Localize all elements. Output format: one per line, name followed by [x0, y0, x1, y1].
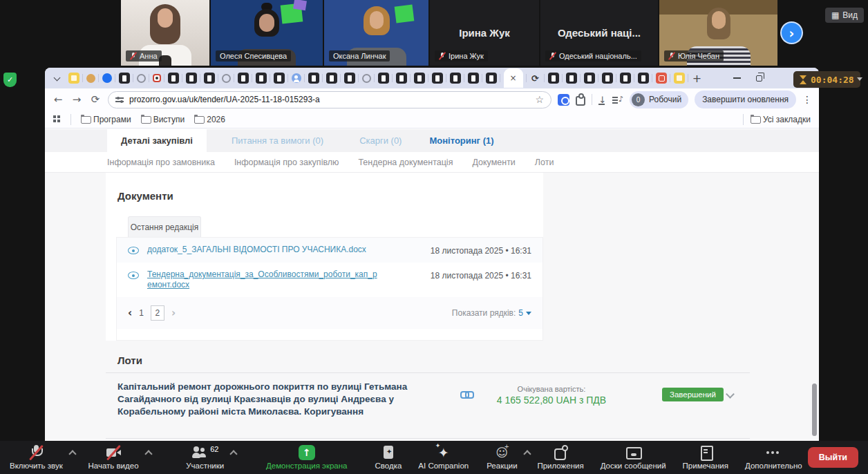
- media-controls-icon[interactable]: [612, 95, 623, 104]
- participants-options-chevron-icon[interactable]: [229, 449, 233, 457]
- browser-tab-spinner[interactable]: ⟳: [530, 73, 541, 84]
- preview-eye-icon[interactable]: [128, 246, 139, 254]
- page-scrollbar-thumb[interactable]: [812, 383, 817, 436]
- browser-tab-doc[interactable]: [119, 73, 130, 84]
- browser-tab-plus[interactable]: +: [692, 73, 703, 84]
- screen-share-button[interactable]: Демонстрация экрана: [261, 443, 353, 472]
- browser-tab-bluecircle[interactable]: [102, 73, 112, 83]
- browser-tab-redq[interactable]: [656, 73, 667, 84]
- extensions-puzzle-icon[interactable]: [576, 96, 585, 106]
- bookmark-star-icon[interactable]: ☆: [536, 94, 545, 105]
- minimize-button[interactable]: [733, 77, 741, 79]
- browser-tab-doc[interactable]: [450, 73, 461, 84]
- more-button[interactable]: Дополнительно: [739, 443, 808, 472]
- timer-chevron-icon[interactable]: [857, 77, 862, 81]
- document-link[interactable]: додаток_5_ЗАГАЛЬНІ ВІДОМОСТІ ПРО УЧАСНИК…: [147, 245, 366, 255]
- next-page-icon[interactable]: ›: [171, 307, 176, 319]
- participant-tile-oksana[interactable]: Оксана Линчак: [324, 0, 428, 66]
- browser-tab-globe[interactable]: [362, 74, 371, 83]
- browser-tab-doc[interactable]: [186, 73, 197, 84]
- apps-button[interactable]: Приложения: [531, 443, 589, 472]
- video-options-chevron-icon[interactable]: [144, 449, 148, 457]
- lot-expand-chevron-icon[interactable]: [726, 390, 734, 399]
- browser-tab-doc[interactable]: [584, 73, 595, 84]
- browser-tab-doc[interactable]: [548, 73, 559, 84]
- browser-tab-doc[interactable]: [168, 73, 179, 84]
- subnav-purchase-info[interactable]: Інформація про закупівлю: [234, 158, 339, 167]
- browser-tab-doc[interactable]: [396, 73, 407, 84]
- browser-tab-active[interactable]: ×: [504, 68, 523, 88]
- browser-tab-target[interactable]: [153, 74, 161, 82]
- browser-tab-doc[interactable]: [326, 73, 337, 84]
- prev-page-icon[interactable]: ‹: [128, 307, 132, 319]
- participant-tile-odeskyi[interactable]: Одеський наці... Одеський національ...: [540, 0, 658, 66]
- leave-button[interactable]: Выйти: [808, 447, 858, 468]
- browser-menu-icon[interactable]: ⋮: [802, 94, 812, 105]
- subnav-documents[interactable]: Документи: [472, 158, 515, 167]
- reactions-button[interactable]: Реакции: [481, 443, 522, 472]
- rows-per-page-caret-icon[interactable]: [526, 312, 531, 315]
- rows-per-page-value[interactable]: 5: [518, 308, 523, 318]
- browser-tab-doc[interactable]: [274, 73, 285, 84]
- participant-tile-olesia[interactable]: Олеся Спесивцева: [211, 0, 323, 66]
- reactions-options-chevron-icon[interactable]: [523, 449, 527, 457]
- start-video-button[interactable]: Начать видео: [82, 443, 144, 472]
- ai-companion-button[interactable]: AI Companion: [413, 443, 474, 472]
- tab-monitoring[interactable]: Моніторинг (1): [415, 129, 507, 152]
- lot-title-link[interactable]: Капітальний ремонт дорожнього покриття п…: [117, 381, 463, 418]
- downloads-icon[interactable]: ↓: [598, 95, 606, 105]
- bookmark-folder-2026[interactable]: 2026: [194, 115, 225, 124]
- tab-search-chevron-icon[interactable]: [50, 72, 63, 84]
- browser-tab-yellow[interactable]: [68, 73, 79, 84]
- browser-tab-doc[interactable]: [256, 73, 267, 84]
- browser-tab-orangedot[interactable]: [86, 74, 95, 83]
- browser-tab-doc[interactable]: [566, 73, 577, 84]
- browser-tab-doc[interactable]: [414, 73, 425, 84]
- participant-tile-iryna[interactable]: Ірина Жук Ірина Жук: [430, 0, 539, 66]
- browser-tab-personfav[interactable]: [292, 73, 301, 83]
- bookmark-folder-programy[interactable]: Програми: [81, 115, 131, 124]
- site-settings-icon[interactable]: [115, 95, 124, 104]
- browser-tab-doc[interactable]: [620, 73, 631, 84]
- browser-tab-doc[interactable]: [486, 73, 497, 84]
- subnav-tender-docs[interactable]: Тендерна документація: [358, 158, 453, 167]
- tab-complaints[interactable]: Скарги (0): [346, 129, 415, 152]
- meeting-timer[interactable]: 00:04:28: [793, 71, 860, 88]
- browser-tab-doc[interactable]: [602, 73, 613, 84]
- finish-update-button[interactable]: Завершити оновлення: [695, 91, 796, 108]
- bookmark-folder-vystupy[interactable]: Виступи: [141, 115, 185, 124]
- browser-tab-doc[interactable]: [308, 73, 319, 84]
- browser-tab-doc[interactable]: [468, 73, 479, 84]
- whiteboards-button[interactable]: Доски сообщений: [595, 443, 672, 472]
- summary-button[interactable]: Сводка: [370, 443, 408, 472]
- reload-icon[interactable]: ⟳: [89, 93, 102, 106]
- url-text[interactable]: prozorro.gov.ua/uk/tender/UA-2025-11-18-…: [129, 95, 530, 104]
- browser-tab-doc[interactable]: [432, 73, 443, 84]
- participants-button[interactable]: 62 Участники: [180, 443, 229, 472]
- latest-revision-tab[interactable]: Остання редакція: [128, 216, 201, 237]
- browser-tab-yellow[interactable]: [674, 73, 685, 84]
- profile-chip[interactable]: 0 Робочий: [630, 91, 688, 108]
- browser-tab-doc[interactable]: [344, 73, 355, 84]
- browser-tab-doc[interactable]: [378, 73, 389, 84]
- page-number-2-current[interactable]: 2: [151, 305, 164, 321]
- browser-tab-doc[interactable]: [204, 73, 215, 84]
- forward-icon[interactable]: →: [70, 93, 83, 106]
- extension-icon[interactable]: [558, 94, 569, 106]
- tab-tender-details[interactable]: Деталі закупівлі: [107, 129, 207, 152]
- restore-button[interactable]: [756, 75, 762, 82]
- preview-eye-icon[interactable]: [128, 271, 139, 279]
- browser-tab-globe[interactable]: [137, 74, 146, 83]
- back-icon[interactable]: ←: [52, 93, 64, 106]
- notes-button[interactable]: Примечания: [677, 443, 734, 472]
- document-link[interactable]: Тендерна_документація_за_Особливостями_р…: [147, 269, 379, 290]
- tab-questions[interactable]: Питання та вимоги (0): [218, 129, 337, 152]
- participant-tile-yulia[interactable]: Юлія Чебан: [659, 0, 777, 66]
- apps-grid-icon[interactable]: [53, 115, 61, 123]
- view-button[interactable]: ▦Вид: [825, 8, 864, 23]
- audio-options-chevron-icon[interactable]: [68, 449, 72, 457]
- subnav-customer-info[interactable]: Інформація про замовника: [107, 158, 215, 167]
- browser-tab-doc[interactable]: [638, 73, 649, 84]
- address-bar[interactable]: prozorro.gov.ua/uk/tender/UA-2025-11-18-…: [108, 91, 551, 108]
- unmute-button[interactable]: Включить звук: [4, 443, 68, 472]
